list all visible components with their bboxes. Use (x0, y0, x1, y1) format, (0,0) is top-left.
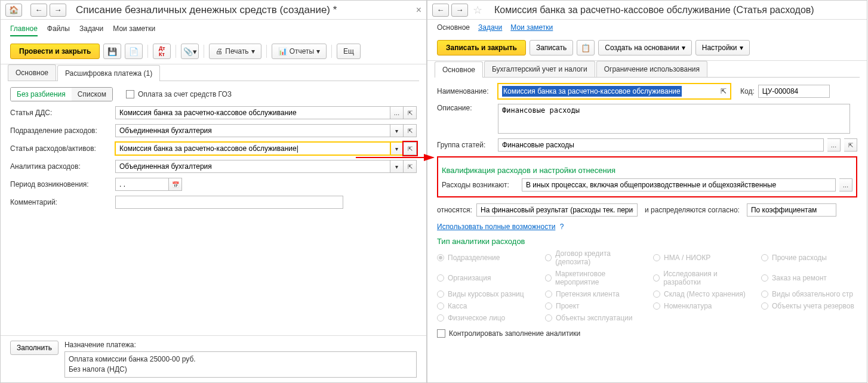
relate-input[interactable] (476, 203, 638, 217)
subtab-payment[interactable]: Расшифровка платежа (1) (57, 65, 160, 81)
unit-input[interactable] (115, 124, 390, 137)
save-icon[interactable]: 💾 (103, 44, 121, 59)
desc-input[interactable] (498, 104, 850, 134)
back-icon[interactable]: ← (30, 4, 47, 17)
analytics-input[interactable] (115, 160, 390, 173)
period-input[interactable] (115, 178, 169, 191)
qual-title: Квалификация расходов и настройки отнесе… (442, 166, 852, 175)
tab-notes[interactable]: Мои заметки (113, 24, 155, 36)
rsub-main[interactable]: Основное (435, 61, 483, 78)
unit-dropdown-icon[interactable]: ▾ (390, 124, 404, 137)
radio-nma[interactable]: НМА / НИОКР (653, 249, 749, 266)
tool-dk-icon[interactable]: ДтКт (153, 44, 171, 59)
left-topnav: 🏠 ← → Списание безналичных денежных сред… (1, 1, 426, 20)
radio-subdivision[interactable]: Подразделение (437, 249, 533, 266)
dds-input[interactable] (115, 106, 390, 119)
full-capabilities-link[interactable]: Использовать полные возможности (437, 223, 555, 231)
arise-ellipsis-icon[interactable]: … (839, 178, 852, 192)
distrib-input[interactable] (747, 203, 836, 217)
rsub-accounting[interactable]: Бухгалтерский учет и налоги (484, 61, 595, 77)
tab-files[interactable]: Файлы (47, 24, 70, 36)
qualification-box: Квалификация расходов и настройки отнесе… (437, 156, 857, 197)
radio-marketing[interactable]: Маркетинговое мероприятие (545, 270, 641, 286)
group-open-icon[interactable]: ⇱ (844, 138, 857, 152)
rlink-notes[interactable]: Мои заметки (510, 23, 553, 32)
radio-mandatory[interactable]: Виды обязательного стр (761, 290, 857, 298)
left-content: Без разбиения Списком Оплата за счет сре… (1, 81, 426, 335)
unit-open-icon[interactable]: ⇱ (404, 124, 417, 137)
dds-open-icon[interactable]: ⇱ (404, 106, 417, 119)
rlink-main[interactable]: Основное (437, 23, 470, 32)
goz-checkbox[interactable] (126, 90, 134, 98)
code-input[interactable] (758, 85, 830, 98)
radio-nomenclature[interactable]: Номенклатура (653, 302, 749, 310)
tab-main[interactable]: Главное (10, 24, 38, 36)
arise-input[interactable] (522, 178, 836, 192)
forward2-icon[interactable]: → (451, 4, 468, 17)
home-icon[interactable]: 🏠 (5, 4, 22, 17)
radio-claim[interactable]: Претензия клиента (545, 290, 641, 298)
rsub-restrict[interactable]: Ограничение использования (596, 61, 707, 77)
subtab-basic[interactable]: Основное (8, 64, 56, 81)
radio-research[interactable]: Исследования и разработки (653, 270, 749, 286)
toggle-nosplit[interactable]: Без разбиения (11, 88, 72, 101)
right-title: Комиссия банка за расчетно-кассовое обсл… (494, 5, 814, 16)
reports-button[interactable]: 📊 Отчеты ▾ (272, 44, 327, 59)
radio-reserves[interactable]: Объекты учета резервов (761, 302, 857, 310)
radio-project[interactable]: Проект (545, 302, 641, 310)
save-button[interactable]: Записать (530, 40, 573, 55)
tool-attach-icon[interactable]: 📎▾ (181, 44, 199, 59)
back2-icon[interactable]: ← (432, 4, 449, 17)
analytics-dropdown-icon[interactable]: ▾ (390, 160, 404, 173)
name-open-icon[interactable]: ⇱ (721, 87, 727, 95)
radio-repair[interactable]: Заказ на ремонт (761, 270, 857, 286)
close-icon[interactable]: × (416, 5, 421, 16)
relate-label: относятся: (437, 206, 473, 214)
code-label: Код: (740, 87, 755, 95)
tab-tasks[interactable]: Задачи (79, 24, 103, 36)
post-icon[interactable]: 📄 (125, 44, 143, 59)
group-label: Группа статей: (437, 141, 494, 149)
group-ellipsis-icon[interactable]: … (827, 138, 841, 152)
list-icon[interactable]: 📋 (577, 40, 595, 55)
right-topnav: ← → ☆ Комиссия банка за расчетно-кассово… (427, 1, 867, 20)
help-icon[interactable]: ? (560, 223, 564, 231)
expense-input[interactable] (115, 142, 390, 155)
radio-warehouse[interactable]: Склад (Место хранения) (653, 290, 749, 298)
expense-open-icon[interactable]: ⇱ (404, 142, 417, 155)
more-button[interactable]: Ещ (337, 44, 361, 59)
split-toggle[interactable]: Без разбиения Списком (10, 87, 113, 101)
dds-ellipsis-icon[interactable]: … (390, 106, 404, 119)
left-pane: 🏠 ← → Списание безналичных денежных сред… (0, 0, 427, 383)
print-button[interactable]: 🖨 Печать ▾ (209, 44, 261, 59)
radio-objects[interactable]: Объекты эксплуатации (545, 314, 641, 322)
right-links: Основное Задачи Мои заметки (427, 20, 867, 35)
radio-cash[interactable]: Касса (437, 302, 533, 310)
toggle-list[interactable]: Списком (72, 88, 112, 101)
name-input[interactable]: Комиссия банка за расчетно-кассовое обсл… (498, 84, 731, 99)
analytics-open-icon[interactable]: ⇱ (404, 160, 417, 173)
radio-credit[interactable]: Договор кредита (депозита) (545, 249, 641, 266)
radio-other-exp[interactable]: Прочие расходы (761, 249, 857, 266)
rlink-tasks[interactable]: Задачи (478, 23, 502, 32)
control-label: Контролировать заполнение аналитики (449, 329, 580, 338)
radio-org[interactable]: Организация (437, 270, 533, 286)
radio-person[interactable]: Физическое лицо (437, 314, 533, 322)
expense-dropdown-icon[interactable]: ▾ (390, 142, 404, 155)
control-checkbox[interactable] (437, 329, 445, 338)
purpose-textarea[interactable]: Оплата комиссии банка 25000-00 руб. Без … (64, 351, 417, 378)
right-pane: ← → ☆ Комиссия банка за расчетно-кассово… (427, 0, 867, 383)
fill-button[interactable]: Заполнить (10, 341, 59, 355)
post-close-button[interactable]: Провести и закрыть (10, 44, 100, 59)
radio-currency[interactable]: Виды курсовых разниц (437, 290, 533, 298)
group-input[interactable] (498, 138, 824, 152)
star-icon[interactable]: ☆ (473, 4, 482, 17)
expense-label: Статья расходов/активов: (10, 144, 112, 153)
forward-icon[interactable]: → (50, 4, 66, 17)
analytics-title: Тип аналитики расходов (437, 237, 857, 246)
settings-button[interactable]: Настройки ▾ (695, 40, 750, 55)
save-close-button[interactable]: Записать и закрыть (437, 40, 526, 55)
period-calendar-icon[interactable]: 📅 (169, 178, 182, 191)
comment-input[interactable] (115, 196, 343, 209)
create-based-button[interactable]: Создать на основании ▾ (598, 40, 692, 55)
